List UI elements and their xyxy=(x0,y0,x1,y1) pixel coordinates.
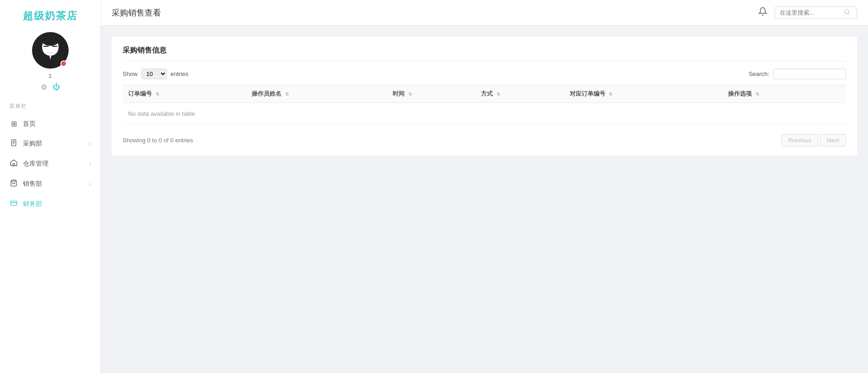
header: 采购销售查看 xyxy=(101,0,868,26)
table-search-input[interactable] xyxy=(773,69,846,79)
chevron-right-icon-3: › xyxy=(89,181,91,187)
sidebar-item-home-label: 首页 xyxy=(23,120,36,128)
table-footer: Showing 0 to 0 of 0 entries Previous Nex… xyxy=(123,130,846,146)
avatar xyxy=(32,32,69,69)
data-table: 订单编号 ⇅ 操作员姓名 ⇅ 时间 ⇅ 方式 ⇅ xyxy=(123,85,846,125)
entries-select[interactable]: 10 25 50 100 xyxy=(141,69,167,79)
table-header: 订单编号 ⇅ 操作员姓名 ⇅ 时间 ⇅ 方式 ⇅ xyxy=(123,85,846,103)
col-method[interactable]: 方式 ⇅ xyxy=(475,85,564,103)
pagination: Previous Next xyxy=(782,134,846,146)
avatar-badge xyxy=(60,60,67,67)
table-controls: Show 10 25 50 100 entries Search: xyxy=(123,69,846,79)
chevron-right-icon: › xyxy=(89,141,91,147)
previous-button[interactable]: Previous xyxy=(782,134,819,146)
sort-icon-order: ⇅ xyxy=(156,92,159,97)
content-area: 采购销售信息 Show 10 25 50 100 entries Search: xyxy=(101,26,868,373)
sidebar-item-purchase[interactable]: 采购部 › xyxy=(0,134,100,154)
avatar-image xyxy=(37,37,64,64)
finance-icon xyxy=(9,200,18,209)
notification-bell-icon[interactable] xyxy=(758,7,767,18)
menu-label: 菜单栏 xyxy=(0,99,100,114)
no-data-cell: No data available in table xyxy=(123,103,846,125)
purchase-icon xyxy=(9,139,18,148)
col-time[interactable]: 时间 ⇅ xyxy=(387,85,475,103)
search-label: Search: xyxy=(749,70,769,77)
chevron-right-icon-2: › xyxy=(89,161,91,167)
entries-label: entries xyxy=(171,70,189,77)
showing-info: Showing 0 to 0 of 0 entries xyxy=(123,137,193,144)
search-control: Search: xyxy=(749,69,846,79)
show-label: Show xyxy=(123,70,138,77)
sidebar: 超级奶茶店 1 ⚙ ⏻ 菜单栏 ⊞ 首 xyxy=(0,0,101,373)
sidebar-item-warehouse[interactable]: 仓库管理 › xyxy=(0,154,100,174)
power-icon[interactable]: ⏻ xyxy=(53,83,60,92)
sidebar-action-buttons: ⚙ ⏻ xyxy=(41,83,60,92)
svg-rect-13 xyxy=(11,201,16,205)
global-search-input[interactable] xyxy=(780,9,844,16)
col-operator[interactable]: 操作员姓名 ⇅ xyxy=(246,85,387,103)
sidebar-item-sales-label: 销售部 xyxy=(23,180,42,188)
sort-icon-ref: ⇅ xyxy=(609,92,612,97)
sales-icon xyxy=(9,179,18,189)
sort-icon-actions: ⇅ xyxy=(755,92,759,97)
user-id: 1 xyxy=(49,72,52,79)
show-entries-control: Show 10 25 50 100 entries xyxy=(123,69,189,79)
sort-icon-time: ⇅ xyxy=(408,92,412,97)
svg-point-1 xyxy=(42,37,59,46)
warehouse-icon xyxy=(9,159,18,168)
main-card: 采购销售信息 Show 10 25 50 100 entries Search: xyxy=(112,37,857,156)
table-body: No data available in table xyxy=(123,103,846,125)
col-order-id[interactable]: 订单编号 ⇅ xyxy=(123,85,246,103)
sidebar-item-sales[interactable]: 销售部 › xyxy=(0,174,100,194)
main-content: 采购销售查看 采购销售信息 Sh xyxy=(101,0,868,373)
sidebar-item-purchase-label: 采购部 xyxy=(23,140,42,148)
sort-icon-operator: ⇅ xyxy=(285,92,289,97)
settings-icon[interactable]: ⚙ xyxy=(41,83,47,92)
sidebar-nav: ⊞ 首页 采购部 › 仓库管理 › xyxy=(0,114,100,214)
no-data-row: No data available in table xyxy=(123,103,846,125)
sidebar-item-home[interactable]: ⊞ 首页 xyxy=(0,114,100,134)
global-search-box xyxy=(775,6,857,19)
sidebar-item-warehouse-label: 仓库管理 xyxy=(23,160,49,168)
next-button[interactable]: Next xyxy=(820,134,846,146)
col-ref-order[interactable]: 对应订单编号 ⇅ xyxy=(564,85,722,103)
col-actions[interactable]: 操作选项 ⇅ xyxy=(722,85,846,103)
home-icon: ⊞ xyxy=(9,119,18,128)
card-title: 采购销售信息 xyxy=(123,46,846,61)
sort-icon-method: ⇅ xyxy=(496,92,500,97)
sidebar-item-finance[interactable]: 财务部 xyxy=(0,194,100,214)
search-icon xyxy=(844,9,850,16)
app-logo: 超级奶茶店 xyxy=(23,9,78,23)
sidebar-item-finance-label: 财务部 xyxy=(23,200,42,208)
header-right xyxy=(758,6,857,19)
page-title: 采购销售查看 xyxy=(112,7,758,18)
svg-rect-11 xyxy=(13,163,15,166)
svg-point-15 xyxy=(845,10,849,14)
